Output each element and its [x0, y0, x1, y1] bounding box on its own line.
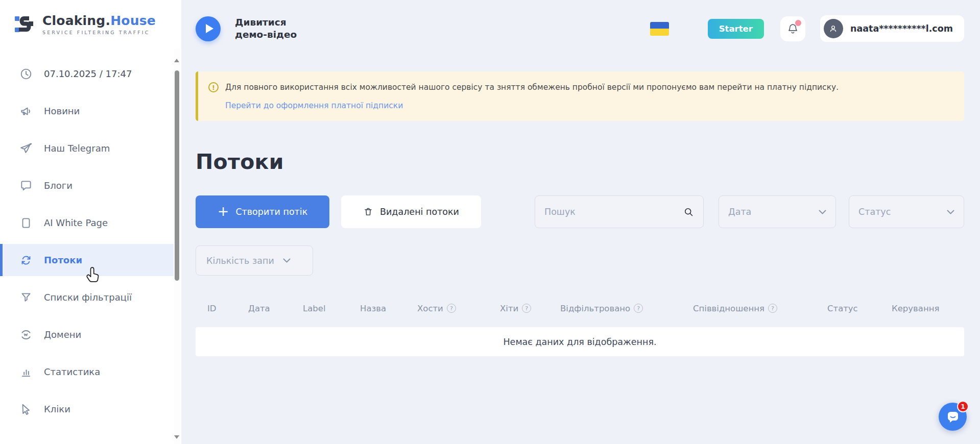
upgrade-subscription-link[interactable]: Перейти до оформлення платної підписки	[225, 101, 403, 110]
sidebar-item-label: Статистика	[44, 366, 100, 377]
scroll-up-arrow-icon[interactable]	[174, 59, 179, 62]
notifications-button[interactable]	[780, 16, 805, 41]
deleted-streams-button[interactable]: Видалені потоки	[341, 195, 481, 228]
flag-yellow-stripe	[650, 29, 669, 36]
date-filter-dropdown[interactable]: Дата	[719, 195, 836, 228]
th-management: Керування	[892, 299, 939, 317]
trial-warning-banner: ! Для повного використання всіх можливос…	[196, 71, 964, 121]
sidebar-item-date[interactable]: 07.10.2025 / 17:47	[0, 58, 174, 90]
sidebar-item-label: AI White Page	[44, 217, 108, 228]
top-header: Дивитися демо-відео Starter	[196, 9, 964, 48]
sidebar-item-label: Кліки	[44, 404, 70, 414]
page-icon	[19, 216, 33, 230]
telegram-icon	[19, 142, 33, 155]
sidebar-item-clicks[interactable]: Кліки	[0, 393, 174, 425]
brand-logo-icon	[12, 12, 36, 36]
clock-icon	[19, 67, 33, 81]
sidebar-item-label: Наш Telegram	[44, 143, 110, 154]
th-hits: Хіти?	[500, 299, 531, 317]
plan-badge[interactable]: Starter	[708, 19, 764, 39]
sidebar-item-statistics[interactable]: Статистика	[0, 356, 174, 388]
th-id: ID	[207, 299, 217, 317]
sidebar-nav: 07.10.2025 / 17:47 Новини Наш Telegram Б…	[0, 58, 174, 430]
mouse-cursor-icon	[86, 266, 101, 283]
avatar	[824, 19, 843, 38]
sidebar-item-label: 07.10.2025 / 17:47	[44, 68, 132, 79]
search-input[interactable]	[544, 207, 683, 217]
trash-icon	[363, 207, 373, 217]
flag-blue-stripe	[650, 22, 669, 29]
create-stream-button[interactable]: + Створити потік	[196, 195, 329, 228]
th-date: Дата	[248, 299, 270, 317]
table-empty-state: Немає даних для відображення.	[196, 327, 964, 356]
warning-icon: !	[208, 82, 219, 92]
sidebar-item-label: Блоги	[44, 180, 73, 191]
sidebar-item-blogs[interactable]: Блоги	[0, 169, 174, 202]
th-filtered: Відфільтровано?	[560, 299, 643, 317]
cursor-icon	[19, 403, 33, 416]
status-filter-label: Статус	[858, 207, 947, 217]
sidebar-item-ai-white-page[interactable]: AI White Page	[0, 207, 174, 239]
main-content: Дивитися демо-відео Starter	[181, 0, 980, 444]
megaphone-icon	[19, 105, 33, 118]
search-field[interactable]	[535, 195, 704, 228]
page-title: Потоки	[196, 150, 284, 174]
th-name: Назва	[360, 299, 386, 317]
user-email: naata**********l.com	[850, 23, 953, 34]
chat-widget-button[interactable]: 1	[939, 403, 967, 431]
notification-dot	[795, 20, 801, 26]
language-flag-ukraine[interactable]	[650, 22, 669, 36]
th-ratio: Співвідношення?	[693, 299, 777, 317]
sidebar-item-news[interactable]: Новини	[0, 95, 174, 127]
controls-row: + Створити потік Видалені потоки Дата	[196, 195, 964, 228]
sidebar-scrollbar[interactable]	[174, 48, 180, 444]
th-status: Статус	[827, 299, 858, 317]
sidebar-item-telegram[interactable]: Наш Telegram	[0, 132, 174, 164]
status-filter-dropdown[interactable]: Статус	[849, 195, 964, 228]
date-filter-label: Дата	[728, 207, 819, 217]
user-account-button[interactable]: naata**********l.com	[820, 15, 964, 42]
sidebar-item-label: Новини	[44, 106, 80, 116]
search-icon[interactable]	[683, 207, 694, 217]
chevron-down-icon	[819, 210, 826, 214]
brand-logo[interactable]: Cloaking.House SERVICE FILTERING TRAFFIC	[12, 12, 156, 36]
sidebar-item-domains[interactable]: Домени	[0, 318, 174, 351]
sidebar: Cloaking.House SERVICE FILTERING TRAFFIC…	[0, 0, 181, 444]
chevron-down-icon	[947, 210, 954, 214]
help-icon[interactable]: ?	[447, 304, 456, 313]
help-icon[interactable]: ?	[634, 304, 643, 313]
table-header: ID Дата Label Назва Хости? Хіти? Відфіль…	[196, 299, 964, 317]
demo-video-label[interactable]: Дивитися демо-відео	[235, 16, 297, 40]
help-icon[interactable]: ?	[522, 304, 531, 313]
per-page-dropdown[interactable]: Кількість запи	[196, 245, 313, 276]
per-page-label: Кількість запи	[206, 256, 283, 266]
th-hosts: Хости?	[417, 299, 456, 317]
scrollbar-thumb[interactable]	[175, 70, 179, 281]
th-label: Label	[303, 299, 326, 317]
play-icon	[206, 24, 213, 33]
banner-message: Для повного використання всіх можливосте…	[225, 82, 839, 93]
sidebar-item-filter-lists[interactable]: Списки фільтрації	[0, 281, 174, 313]
streams-icon	[19, 254, 33, 267]
help-icon[interactable]: ?	[768, 304, 777, 313]
chevron-down-icon	[283, 258, 291, 263]
chat-icon	[19, 179, 33, 192]
sidebar-item-label: Списки фільтрації	[44, 292, 132, 303]
sidebar-item-label: Домени	[44, 329, 81, 340]
sidebar-item-label: Потоки	[44, 255, 82, 265]
scroll-down-arrow-icon[interactable]	[174, 435, 179, 439]
funnel-icon	[19, 291, 33, 304]
chat-unread-badge: 1	[957, 401, 969, 412]
chat-bubble-icon	[946, 410, 960, 424]
globe-icon	[19, 328, 33, 341]
brand-logo-text: Cloaking.House SERVICE FILTERING TRAFFIC	[42, 13, 156, 35]
brand-name: Cloaking.House	[42, 13, 156, 28]
brand-tagline: SERVICE FILTERING TRAFFIC	[42, 30, 156, 35]
demo-video-play-button[interactable]	[196, 16, 221, 41]
stats-icon	[19, 365, 33, 379]
